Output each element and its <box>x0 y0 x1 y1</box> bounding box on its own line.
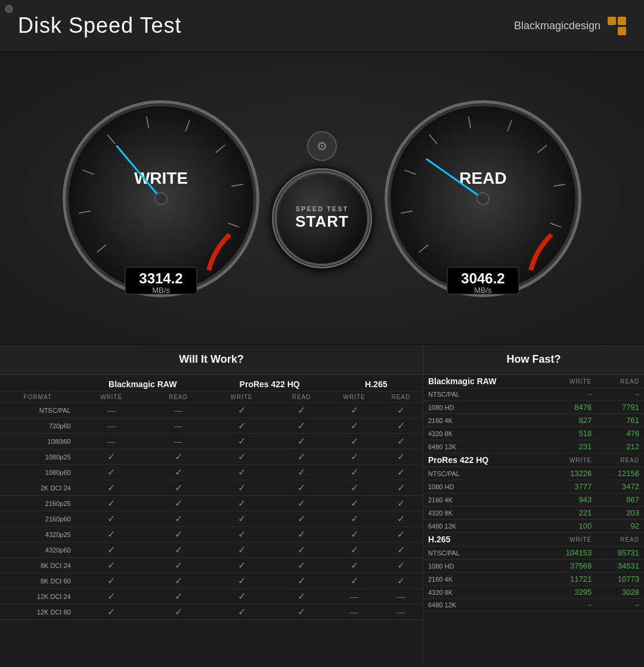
check-icon: ✓ <box>397 545 405 555</box>
hf-row-label: 6480 12K <box>423 599 542 612</box>
wiw-col-header: FORMAT WRITE READ WRITE READ WRITE READ <box>0 392 423 403</box>
hf-group-label: H.265 <box>423 533 542 546</box>
bmraw-read-col: READ <box>147 392 209 403</box>
dash-icon: — <box>174 437 182 446</box>
hf-write-value: 37569 <box>542 560 596 573</box>
table-row: 720p60——✓✓✓✓ <box>0 418 423 434</box>
check-icon: ✓ <box>351 483 358 493</box>
hf-write-value: 3777 <box>542 480 596 493</box>
dash-icon: — <box>107 437 116 446</box>
check-icon: ✓ <box>351 436 358 446</box>
hf-write-value: 8476 <box>542 401 596 414</box>
check-icon: ✓ <box>298 576 305 586</box>
dash-icon: — <box>350 592 358 601</box>
hf-read-value: 92 <box>596 520 644 533</box>
check-icon: ✓ <box>397 436 405 446</box>
gauge-section: WRITE 3314.2 MB/s ⚙ SPEED TEST START <box>0 53 644 345</box>
wiw-table: Blackmagic RAW ProRes 422 HQ H.265 FORMA… <box>0 375 423 620</box>
check-icon: ✓ <box>397 498 405 508</box>
hf-data-row: 6480 12K 231 212 <box>423 440 644 453</box>
check-icon: ✓ <box>107 607 115 617</box>
hf-write-value: 943 <box>542 493 596 507</box>
start-button[interactable]: SPEED TEST START <box>274 171 370 266</box>
format-col-header <box>0 375 76 392</box>
check-icon: ✓ <box>397 405 405 415</box>
write-gauge-svg: WRITE 3314.2 MB/s <box>60 97 262 300</box>
hf-read-col: READ <box>596 533 644 546</box>
hf-data-row: 2160 4K 827 761 <box>423 414 644 427</box>
hf-row-label: NTSC/PAL <box>423 388 542 401</box>
dash-icon: — <box>350 607 358 617</box>
check-icon: ✓ <box>397 421 405 431</box>
table-row: 1080p25✓✓✓✓✓✓ <box>0 449 423 465</box>
check-icon: ✓ <box>107 483 115 493</box>
will-it-work-panel: Will It Work? Blackmagic RAW ProRes 422 … <box>0 345 423 667</box>
hf-write-value: 11721 <box>542 573 596 586</box>
hf-read-value: 7791 <box>596 401 644 414</box>
hf-write-col: WRITE <box>542 375 596 388</box>
check-icon: ✓ <box>397 467 405 477</box>
table-row: 1080p60✓✓✓✓✓✓ <box>0 465 423 480</box>
start-label-top: SPEED TEST <box>296 205 348 212</box>
check-icon: ✓ <box>238 529 246 539</box>
hf-read-value: – <box>596 599 644 612</box>
check-icon: ✓ <box>351 529 358 539</box>
check-icon: ✓ <box>175 576 182 586</box>
check-icon: ✓ <box>175 607 182 617</box>
hf-row-label: 1080 HD <box>423 560 542 573</box>
check-icon: ✓ <box>238 607 246 617</box>
check-icon: ✓ <box>397 576 405 586</box>
check-icon: ✓ <box>298 498 305 508</box>
check-icon: ✓ <box>351 452 358 462</box>
hf-row-label: NTSC/PAL <box>423 467 542 480</box>
table-row: 4320p25✓✓✓✓✓✓ <box>0 527 423 542</box>
check-icon: ✓ <box>175 591 182 601</box>
close-button[interactable]: ✕ <box>5 5 13 13</box>
check-icon: ✓ <box>298 452 305 462</box>
check-icon: ✓ <box>238 405 246 415</box>
hf-write-value: 13226 <box>542 467 596 480</box>
check-icon: ✓ <box>298 483 305 493</box>
check-icon: ✓ <box>175 498 182 508</box>
settings-button[interactable]: ⚙ <box>307 131 337 161</box>
check-icon: ✓ <box>175 483 182 493</box>
hf-section-header-row: Blackmagic RAW WRITE READ <box>423 375 644 388</box>
read-gauge-svg: READ 3046.2 MB/s <box>382 97 584 300</box>
table-row: 4320p60✓✓✓✓✓✓ <box>0 542 423 558</box>
check-icon: ✓ <box>107 545 115 555</box>
hf-row-label: 4320 8K <box>423 507 542 520</box>
will-it-work-title: Will It Work? <box>0 345 423 375</box>
check-icon: ✓ <box>175 514 182 524</box>
hf-data-row: 4320 8K 221 203 <box>423 507 644 520</box>
check-icon: ✓ <box>107 560 115 570</box>
hf-row-label: 2160 4K <box>423 414 542 427</box>
hf-write-value: 100 <box>542 520 596 533</box>
check-icon: ✓ <box>238 467 246 477</box>
hf-row-label: 4320 8K <box>423 586 542 599</box>
gauge-read-label: READ <box>459 169 506 187</box>
write-unit-text: MB/s <box>152 286 170 295</box>
check-icon: ✓ <box>298 529 305 539</box>
data-section: Will It Work? Blackmagic RAW ProRes 422 … <box>0 345 644 667</box>
table-row: 12K DCI 24✓✓✓✓—— <box>0 589 423 604</box>
check-icon: ✓ <box>298 421 305 431</box>
check-icon: ✓ <box>238 591 246 601</box>
check-icon: ✓ <box>351 467 358 477</box>
hf-write-value: 231 <box>542 440 596 453</box>
hf-write-col: WRITE <box>542 533 596 546</box>
h265-header: H.265 <box>330 375 423 392</box>
start-label-main: START <box>295 212 349 231</box>
check-icon: ✓ <box>351 560 358 570</box>
check-icon: ✓ <box>238 452 246 462</box>
table-row: 2160p60✓✓✓✓✓✓ <box>0 511 423 527</box>
hf-data-row: NTSC/PAL 104153 95731 <box>423 546 644 560</box>
check-icon: ✓ <box>175 452 182 462</box>
wiw-group-header: Blackmagic RAW ProRes 422 HQ H.265 <box>0 375 423 392</box>
hf-data-row: 6480 12K – – <box>423 599 644 612</box>
hf-section-header-row: H.265 WRITE READ <box>423 533 644 546</box>
hf-write-col: WRITE <box>542 453 596 467</box>
hf-read-value: 3472 <box>596 480 644 493</box>
hf-row-label: 1080 HD <box>423 401 542 414</box>
hf-row-label: NTSC/PAL <box>423 546 542 560</box>
prores-read-col: READ <box>274 392 330 403</box>
